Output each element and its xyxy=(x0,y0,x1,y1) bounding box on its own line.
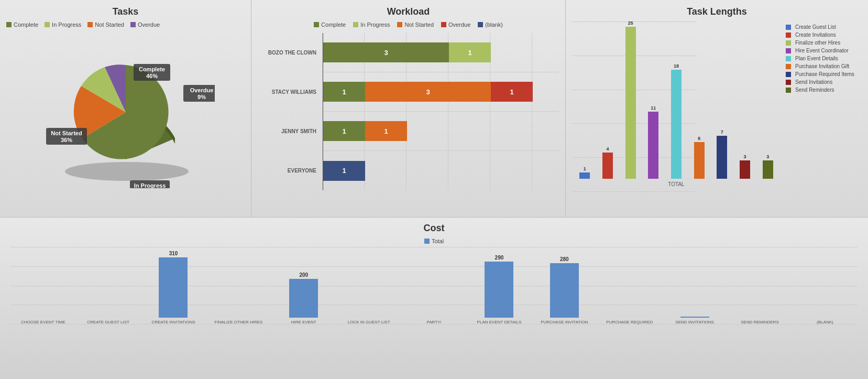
jenny-bar-c: 1 xyxy=(323,121,365,141)
task-lengths-title: Task Lengths xyxy=(572,6,862,17)
cost-legend-total: Total xyxy=(424,238,444,244)
cost-bar-plan xyxy=(485,262,513,318)
wl-notstarted: Not Started xyxy=(397,21,434,28)
cost-dot xyxy=(424,239,430,244)
tl-val-8: 3 xyxy=(744,154,746,159)
notstarted-dot xyxy=(87,22,93,27)
cost-label-invitations: CREATE INVITATIONS xyxy=(151,320,195,324)
stacy-bar-3: 3 xyxy=(365,82,491,102)
cost-label-purchase-req: PURCHASE REQUIRED xyxy=(606,320,653,324)
tl-bar-1 xyxy=(579,172,590,179)
cost-bar-purchase-inv xyxy=(550,263,579,318)
tl-bar-group-2: 4 xyxy=(598,146,618,179)
complete-dot xyxy=(6,22,12,27)
workload-panel: Workload Complete In Progress Not Starte… xyxy=(251,0,566,217)
tl-legend-finalize: Finalize other Hires xyxy=(795,40,840,46)
tl-val-9: 3 xyxy=(766,154,769,159)
tasks-legend: Complete In Progress Not Started Overdue xyxy=(6,21,245,28)
bozo-bar-3: 3 xyxy=(323,42,449,62)
tl-legend-6: Purchase Invitation Gift xyxy=(786,63,862,69)
dashboard: Tasks Complete In Progress Not Started O… xyxy=(0,0,868,379)
overdue-dot xyxy=(130,22,136,27)
tl-bar-8 xyxy=(740,160,750,179)
stacy-bar-overdue: 1 xyxy=(491,82,533,102)
wl-notstarted-dot xyxy=(397,22,402,27)
cost-bar-send-inv xyxy=(680,317,709,318)
notstarted-text2: 36% xyxy=(60,137,72,143)
cost-col-choose: CHOOSE EVENT TIME xyxy=(10,247,75,324)
workload-row-everyone: EVERYONE 1 xyxy=(323,151,559,190)
cost-label-lockin: LOCK IN GUEST LIST xyxy=(348,320,390,324)
bozo-label: BOZO THE CLOWN xyxy=(258,50,321,56)
tl-legend-8: Send Invitations xyxy=(786,79,862,85)
cost-val-invitations: 310 xyxy=(169,251,178,256)
tl-bar-group-1: 1 xyxy=(575,166,595,179)
overdue-text2: 9% xyxy=(197,94,206,100)
wl-overdue-dot xyxy=(441,22,446,27)
cost-col-party: PARTY! xyxy=(401,247,466,324)
wl-blank-dot xyxy=(478,22,483,27)
tl-bars-container: 1 4 25 xyxy=(572,21,781,179)
tl-legend-3: Finalize other Hires xyxy=(786,40,862,46)
workload-legend: Complete In Progress Not Started Overdue… xyxy=(258,21,559,28)
tl-bar-group-3: 25 xyxy=(620,20,641,179)
cost-col-finalize: FINALIZE OTHER HIRES xyxy=(206,247,271,324)
workload-row-jenny: JENNY SMITH 1 1 xyxy=(323,112,559,151)
pie-chart-wrapper: Overdue 9% Complete 46% Not Started 36% … xyxy=(6,31,245,188)
cost-col-blank: (BLANK) xyxy=(793,247,858,324)
tl-legend-4: Hire Event Coordinator xyxy=(786,48,862,53)
bozo-bars: 3 1 xyxy=(323,42,491,62)
cost-bar-invitations xyxy=(159,257,188,318)
tl-legend-2: Create Invitations xyxy=(786,32,862,38)
cost-col-guestlist: CREATE GUEST LIST xyxy=(75,247,140,324)
tl-val-6: 6 xyxy=(698,136,700,141)
tl-bar-4 xyxy=(648,112,658,179)
cost-col-purchase-req: PURCHASE REQUIRED xyxy=(597,247,662,324)
legend-inprogress: In Progress xyxy=(45,21,81,28)
task-lengths-panel: Task Lengths xyxy=(566,0,868,217)
complete-label: Complete xyxy=(14,21,38,28)
inprogress-dot xyxy=(45,22,50,27)
cost-val-hire: 200 xyxy=(299,272,308,278)
notstarted-label: Not Started xyxy=(95,21,124,28)
cost-bars-area: CHOOSE EVENT TIME CREATE GUEST LIST 310 … xyxy=(10,247,858,336)
inprogress-label: In Progress xyxy=(52,21,81,28)
tl-bar-7 xyxy=(717,136,727,179)
cost-col-purchase-inv: 280 PURCHASE INVITATION xyxy=(532,247,597,324)
wl-complete-dot xyxy=(314,22,319,27)
overdue-label: Overdue xyxy=(138,21,160,28)
legend-complete: Complete xyxy=(6,21,38,28)
tl-legend: Create Guest List Create Invitations Fin… xyxy=(781,21,862,205)
task-lengths-content: 1 4 25 xyxy=(572,21,862,205)
workload-row-bozo: BOZO THE CLOWN 3 1 xyxy=(323,33,559,72)
tl-bar-3 xyxy=(625,27,636,179)
tl-bar-group-6: 6 xyxy=(689,136,709,179)
tl-bar-2 xyxy=(602,153,613,179)
tl-chart-area: 1 4 25 xyxy=(572,21,781,205)
cost-label-guestlist: CREATE GUEST LIST xyxy=(87,320,129,324)
tl-bar-group-4: 11 xyxy=(643,105,664,179)
stacy-bars: 1 3 1 xyxy=(323,82,533,102)
tl-bar-group-8: 3 xyxy=(735,154,755,179)
inprogress-text1: In Progress xyxy=(134,182,166,188)
cost-legend: Total xyxy=(10,238,858,244)
tl-val-4: 11 xyxy=(651,105,656,111)
tl-bar-9 xyxy=(763,160,773,179)
legend-notstarted: Not Started xyxy=(87,21,124,28)
cost-label-hire: HIRE EVENT xyxy=(291,320,316,324)
tl-bar-5 xyxy=(671,70,682,179)
tl-x-label: TOTAL xyxy=(572,181,781,187)
tasks-panel: Tasks Complete In Progress Not Started O… xyxy=(0,0,251,217)
tl-legend-create-invitations: Create Invitations xyxy=(795,32,836,38)
cost-title: Cost xyxy=(10,223,858,234)
tl-bar-group-7: 7 xyxy=(712,129,732,179)
wl-complete: Complete xyxy=(314,21,346,28)
cost-val-plan: 290 xyxy=(495,255,504,261)
cost-col-send-inv: SEND INVITATIONS xyxy=(662,247,727,324)
cost-panel: Cost Total CHOOSE EVENT TIME xyxy=(0,218,868,379)
cost-label-finalize: FINALIZE OTHER HIRES xyxy=(214,320,262,324)
wl-inprogress: In Progress xyxy=(353,21,390,28)
cost-col-send-rem: SEND REMINDERS xyxy=(727,247,792,324)
bozo-bar-1: 1 xyxy=(449,42,491,62)
cost-val-purchase-inv: 280 xyxy=(560,256,569,262)
